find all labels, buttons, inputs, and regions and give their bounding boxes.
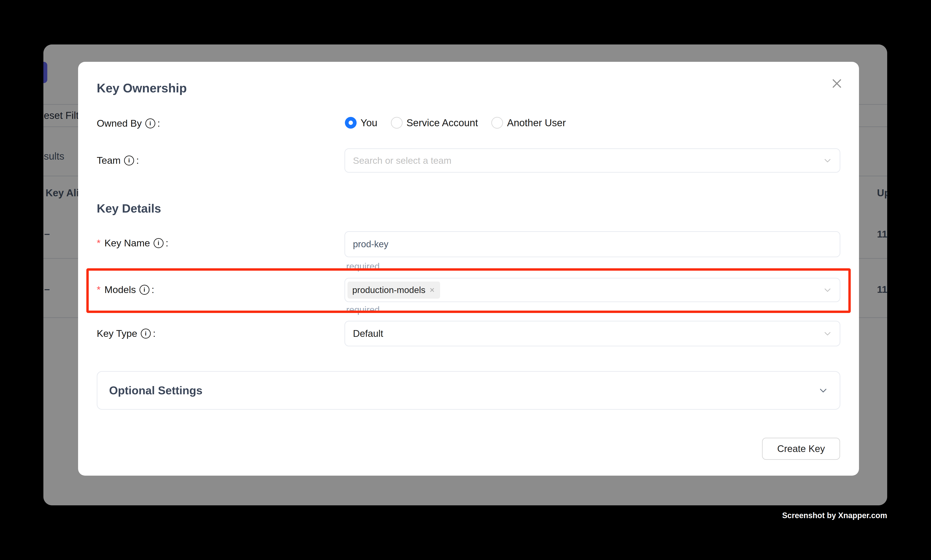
team-label: Team i : (97, 154, 139, 167)
chevron-down-icon (823, 156, 832, 165)
owned-by-radio-group: You Service Account Another User (345, 117, 566, 129)
chevron-down-icon (819, 386, 828, 395)
info-circle-icon: i (145, 118, 155, 128)
key-type-select[interactable]: Default (345, 321, 840, 346)
chevron-down-icon (823, 286, 832, 294)
chevron-down-icon (823, 329, 832, 338)
key-name-value: prod-key (353, 239, 388, 249)
key-type-value: Default (353, 328, 383, 339)
required-asterisk: * (97, 237, 101, 249)
radio-selected-icon (345, 117, 357, 129)
radio-option-you[interactable]: You (345, 117, 377, 129)
models-validation: required (346, 305, 380, 315)
info-circle-icon: i (124, 155, 134, 166)
optional-settings-toggle[interactable]: Optional Settings (97, 371, 840, 410)
create-key-modal: Key Ownership Owned By i : You Service A… (78, 62, 859, 475)
key-name-label: * Key Name i : (97, 237, 168, 249)
team-select[interactable]: Search or select a team (345, 148, 840, 172)
radio-option-service-account[interactable]: Service Account (391, 117, 478, 129)
create-key-button[interactable]: Create Key (762, 438, 840, 460)
tag-remove-x-icon[interactable] (429, 287, 435, 293)
close-icon[interactable] (829, 76, 845, 91)
owned-by-label: Owned By i : (97, 117, 160, 130)
required-asterisk: * (97, 284, 101, 295)
model-tag: production-models (348, 282, 440, 298)
models-select[interactable]: production-models (345, 278, 840, 302)
key-details-title: Key Details (97, 202, 161, 215)
key-type-label: Key Type i : (97, 327, 155, 340)
info-circle-icon: i (154, 238, 163, 248)
radio-option-another-user[interactable]: Another User (491, 117, 566, 129)
key-name-input[interactable]: prod-key (345, 231, 840, 257)
modal-title: Key Ownership (97, 81, 187, 95)
key-name-validation: required (346, 262, 380, 272)
radio-unselected-icon (391, 117, 403, 129)
radio-unselected-icon (491, 117, 503, 129)
info-circle-icon: i (140, 285, 149, 295)
models-label: * Models i : (97, 283, 154, 296)
watermark-credit: Screenshot by Xnapper.com (782, 511, 887, 520)
info-circle-icon: i (141, 329, 151, 338)
